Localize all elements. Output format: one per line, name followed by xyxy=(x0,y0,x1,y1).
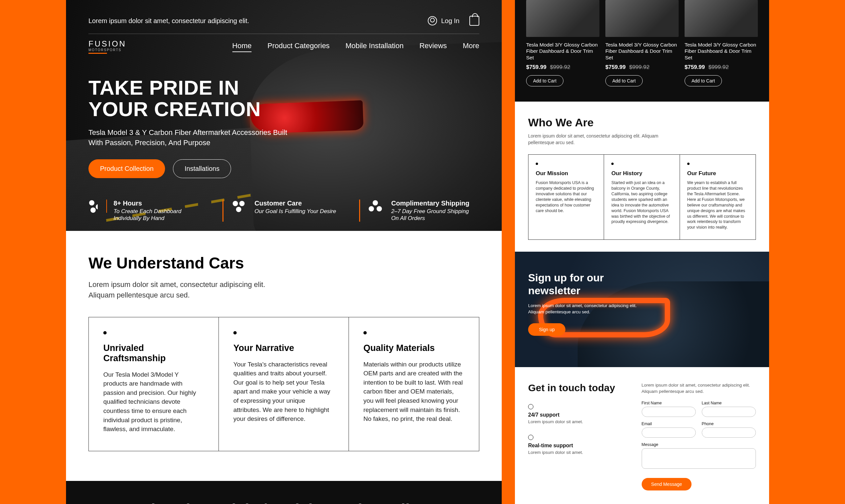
svg-point-0 xyxy=(89,200,94,205)
newsletter-body: Lorem ipsum dolor sit amet, consectetur … xyxy=(528,303,640,315)
card-history: Our History Started with just an idea on… xyxy=(604,155,680,239)
contact-title: Get in touch today xyxy=(528,382,629,394)
card-craftsmanship: Unrivaled Craftsmanship Our Tesla Model … xyxy=(89,317,219,451)
email-field[interactable] xyxy=(642,428,696,438)
phone-icon xyxy=(528,435,533,440)
understand-lead: Lorem ipsum dolor sit amet, consectetur … xyxy=(88,280,273,301)
section-who-we-are: Who We Are Lorem ipsum dolor sit amet, c… xyxy=(515,102,769,252)
user-icon xyxy=(428,16,437,25)
nav-mobile-installation[interactable]: Mobile Installation xyxy=(346,41,404,52)
message-field[interactable] xyxy=(642,448,756,469)
send-message-button[interactable]: Send Message xyxy=(642,478,691,490)
page-home-top: Lorem ipsum dolor sit amet, consectetur … xyxy=(66,0,502,504)
product-card: Tesla Model 3/Y Glossy Carbon Fiber Dash… xyxy=(605,0,679,86)
nav-home[interactable]: Home xyxy=(232,41,252,52)
support-realtime: Real-time support Lorem ipsum dolor sit … xyxy=(528,435,629,455)
understand-title: We Understand Cars xyxy=(88,254,479,272)
login-label: Log In xyxy=(441,17,459,25)
nav-reviews[interactable]: Reviews xyxy=(420,41,447,52)
hero-title: TAKE PRIDE IN YOUR CREATION xyxy=(88,77,300,120)
hero-sub: Tesla Model 3 & Y Carbon Fiber Aftermark… xyxy=(88,128,300,148)
add-to-cart-button[interactable]: Add to Cart xyxy=(605,75,642,86)
product-image[interactable] xyxy=(605,0,679,37)
featured-heading-band: Featured Tesla Model 3/Model Y Carbon Fi… xyxy=(66,481,502,504)
newsletter-signup-button[interactable]: Sign up xyxy=(528,323,565,336)
page-home-bottom: Tesla Model 3/Y Glossy Carbon Fiber Dash… xyxy=(515,0,769,504)
svg-point-6 xyxy=(373,200,378,205)
svg-point-7 xyxy=(369,206,374,212)
primary-nav: Home Product Categories Mobile Installat… xyxy=(232,41,479,52)
svg-point-5 xyxy=(236,207,241,212)
svg-point-8 xyxy=(376,206,382,212)
nav-product-categories[interactable]: Product Categories xyxy=(267,41,330,52)
card-materials: Quality Materials Materials within our p… xyxy=(349,317,479,451)
phone-field[interactable] xyxy=(702,428,756,438)
add-to-cart-button[interactable]: Add to Cart xyxy=(526,75,563,86)
primary-nav-row: FUSION MOTORSPORTS Home Product Categori… xyxy=(88,40,479,54)
section-contact: Get in touch today 24/7 support Lorem ip… xyxy=(515,367,769,504)
svg-point-1 xyxy=(96,204,98,210)
cta-product-collection[interactable]: Product Collection xyxy=(88,159,165,178)
dots-icon xyxy=(232,200,245,213)
cart-icon[interactable] xyxy=(469,16,479,26)
card-mission: Our Mission Fusion Motorsports USA is a … xyxy=(528,155,604,239)
card-narrative: Your Narrative Your Tesla's characterist… xyxy=(219,317,349,451)
newsletter-title: Sign up for our newsletter xyxy=(528,271,614,297)
add-to-cart-button[interactable]: Add to Cart xyxy=(685,75,722,86)
about-title: Who We Are xyxy=(528,116,756,129)
nav-more[interactable]: More xyxy=(463,41,479,52)
cta-installations[interactable]: Installations xyxy=(173,159,231,178)
about-lead: Lorem ipsum dolor sit amet, consectetur … xyxy=(528,133,670,146)
dots-icon xyxy=(369,200,382,213)
last-name-field[interactable] xyxy=(702,407,756,417)
tagline: Lorem ipsum dolor sit amet, consectetur … xyxy=(88,17,249,25)
product-card: Tesla Model 3/Y Glossy Carbon Fiber Dash… xyxy=(685,0,758,86)
dots-icon xyxy=(88,200,98,213)
section-understand-cars: We Understand Cars Lorem ipsum dolor sit… xyxy=(66,231,502,481)
product-image[interactable] xyxy=(526,0,599,37)
first-name-field[interactable] xyxy=(642,407,696,417)
top-bar: Lorem ipsum dolor sit amet, consectetur … xyxy=(88,16,479,34)
login-link[interactable]: Log In xyxy=(428,16,459,25)
svg-point-3 xyxy=(233,201,238,206)
featured-title: Featured Tesla Model 3/Model Y Carbon Fi… xyxy=(88,501,479,504)
hero: Lorem ipsum dolor sit amet, consectetur … xyxy=(66,0,502,231)
hero-highlights: 8+ HoursTo Create Each Dashboard Individ… xyxy=(66,200,502,222)
svg-point-4 xyxy=(239,201,245,206)
product-image[interactable] xyxy=(685,0,758,37)
contact-lead: Lorem ipsum dolor sit amet, consectetur … xyxy=(642,382,756,395)
support-247: 24/7 support Lorem ipsum dolor sit amet. xyxy=(528,404,629,424)
card-future: Our Future We yearn to establish a full … xyxy=(680,155,756,239)
section-newsletter: Sign up for our newsletter Lorem ipsum d… xyxy=(515,252,769,367)
brand-logo[interactable]: FUSION MOTORSPORTS xyxy=(88,40,126,54)
clock-icon xyxy=(528,404,533,409)
featured-products: Tesla Model 3/Y Glossy Carbon Fiber Dash… xyxy=(515,0,769,102)
product-card: Tesla Model 3/Y Glossy Carbon Fiber Dash… xyxy=(526,0,599,86)
svg-point-2 xyxy=(90,208,96,213)
